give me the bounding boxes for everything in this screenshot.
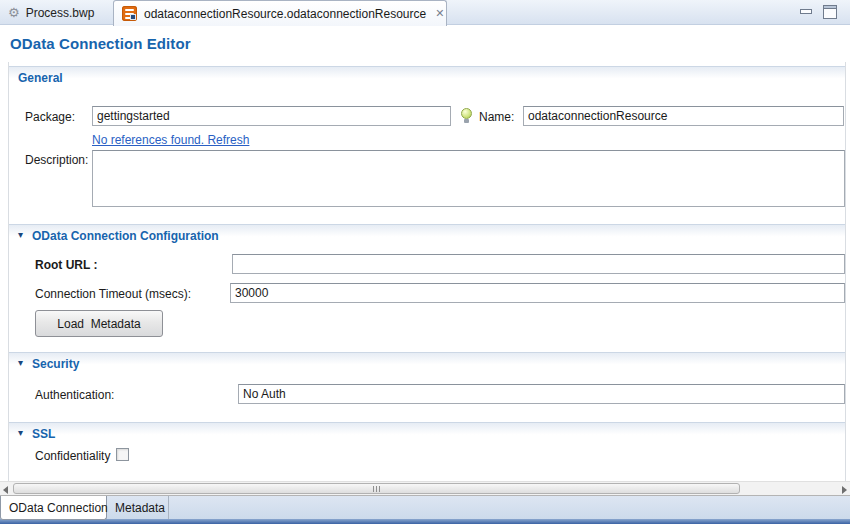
section-toggle-icon[interactable]: ▾	[18, 428, 23, 438]
section-header-general: General	[9, 66, 845, 88]
description-textarea[interactable]	[92, 150, 845, 207]
root-url-label: Root URL :	[35, 258, 97, 272]
bottom-tab-odata-connection-label: OData Connection	[9, 501, 108, 515]
connection-timeout-label: Connection Timeout (msecs):	[35, 287, 191, 301]
general-section-title: General	[18, 71, 63, 85]
page-title: OData Connection Editor	[10, 35, 191, 52]
bottom-window-edge	[0, 519, 850, 524]
package-input[interactable]	[92, 106, 451, 126]
scroll-left-icon[interactable]	[3, 486, 8, 494]
minimize-button[interactable]	[800, 9, 812, 14]
gear-icon: ⚙	[8, 6, 20, 19]
tab-odataconnection-label: odataconnectionResource.odataconnectionR…	[144, 7, 426, 21]
odata-connection-editor-window: ⚙ Process.bwp odataconnectionResource.od…	[0, 0, 850, 524]
content-border-right	[845, 62, 846, 481]
authentication-label: Authentication:	[35, 388, 114, 402]
odata-config-section-title: OData Connection Configuration	[32, 229, 219, 243]
scrollbar-thumb[interactable]	[13, 483, 740, 494]
bottom-tab-bar: OData Connection Metadata	[0, 495, 850, 519]
ssl-section-title: SSL	[32, 427, 55, 441]
tab-odataconnection-resource[interactable]: odataconnectionResource.odataconnectionR…	[113, 0, 447, 26]
package-label: Package:	[25, 110, 75, 124]
resource-file-icon	[122, 6, 137, 21]
section-header-security: ▾ Security	[9, 352, 845, 374]
confidentiality-label: Confidentiality	[35, 449, 110, 463]
maximize-button[interactable]	[823, 5, 837, 19]
section-header-ssl: ▾ SSL	[9, 422, 845, 444]
name-label: Name:	[479, 110, 514, 124]
references-refresh-link[interactable]: No references found. Refresh	[92, 133, 249, 147]
connection-timeout-input[interactable]	[230, 283, 845, 303]
authentication-field[interactable]	[238, 384, 845, 404]
tab-process-bwp[interactable]: ⚙ Process.bwp	[0, 0, 113, 25]
editor-tab-bar: ⚙ Process.bwp odataconnectionResource.od…	[0, 0, 850, 25]
section-header-odata-config: ▾ OData Connection Configuration	[9, 224, 845, 246]
lightbulb-icon	[461, 108, 472, 123]
bottom-tab-metadata-label: Metadata	[115, 501, 165, 515]
section-toggle-icon[interactable]: ▾	[18, 358, 23, 368]
close-icon[interactable]: ✕	[435, 8, 444, 19]
description-label: Description:	[25, 153, 88, 167]
security-section-title: Security	[32, 357, 79, 371]
scroll-right-icon[interactable]	[842, 486, 847, 494]
load-metadata-button[interactable]: Load Metadata	[35, 310, 163, 337]
section-toggle-icon[interactable]: ▾	[18, 230, 23, 240]
horizontal-scrollbar[interactable]	[0, 481, 850, 495]
bottom-tab-odata-connection[interactable]: OData Connection	[0, 496, 107, 520]
bottom-tab-metadata[interactable]: Metadata	[107, 496, 169, 520]
tab-process-label: Process.bwp	[26, 6, 95, 20]
content-border-left	[8, 62, 9, 481]
name-input[interactable]	[523, 106, 844, 126]
root-url-input[interactable]	[232, 254, 845, 274]
confidentiality-checkbox[interactable]	[116, 448, 129, 461]
